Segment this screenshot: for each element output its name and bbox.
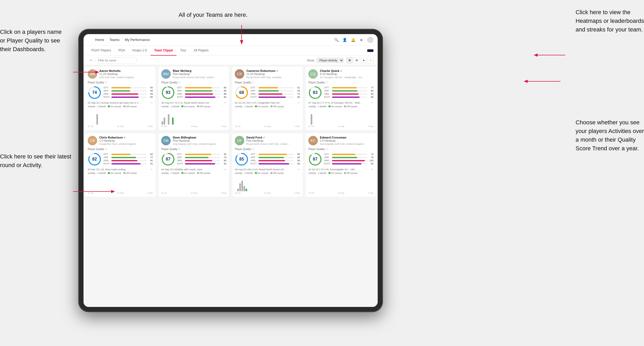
quality-row[interactable]: 74 OTT 60 APP 58 ARG 84 PUTT (88, 86, 153, 99)
quality-label: Player Quality ⓘ (88, 147, 153, 151)
quality-info-icon[interactable]: ⓘ (252, 147, 254, 151)
stat-label: PUTT (103, 162, 110, 165)
quality-info-icon[interactable]: ⓘ (105, 81, 107, 84)
last-round[interactable]: 02 Sep 23 | Sunset round to get back int… (88, 101, 153, 104)
circle-score[interactable]: 82 (88, 152, 101, 166)
last-round-arrow[interactable]: → (371, 168, 373, 171)
player-name[interactable]: Chris Robertson✓ (99, 136, 153, 139)
last-round-arrow[interactable]: → (224, 101, 226, 104)
last-round[interactable]: 03 Mar 23 | 19, Must make putting → (88, 168, 153, 171)
activity-label: Activity · 1 Month On course Off course (308, 172, 373, 174)
quality-row[interactable]: 83 OTT 77 APP 80 ARG 83 PUTT (308, 86, 373, 99)
chart-date: 31 Jul (235, 192, 240, 194)
quality-info-icon[interactable]: ⓘ (105, 147, 107, 151)
tab-pga[interactable]: PGA (115, 46, 129, 56)
player-avatar[interactable]: DF (235, 136, 244, 145)
filter-button[interactable]: ♦ (361, 57, 367, 63)
circle-score[interactable]: 74 (88, 86, 101, 99)
avatar[interactable] (367, 37, 373, 43)
nav-item-teams[interactable]: Teams (110, 38, 120, 42)
stat-label: ARG (177, 93, 184, 95)
last-round-arrow[interactable]: → (297, 101, 300, 104)
player-name[interactable]: Blair McHarg (173, 69, 226, 72)
tab-all-players[interactable]: All Players (190, 46, 212, 56)
circle-score[interactable]: 83 (308, 86, 322, 99)
player-header: DF David Ford✓ Plus Handicap Royal North… (235, 136, 300, 145)
player-avatar[interactable]: CQ (308, 69, 318, 79)
stat-label: OTT (251, 86, 257, 89)
circle-score[interactable]: 93 (161, 86, 175, 99)
grid-view-button[interactable]: ⊞ (346, 57, 353, 63)
list-view-button[interactable]: ⊟ (354, 57, 360, 63)
last-round-arrow[interactable]: → (224, 168, 226, 171)
nav-item-home[interactable]: Home (95, 38, 104, 42)
bell-icon[interactable]: 🔔 (350, 37, 356, 42)
stat-row: PUTT 96 (251, 162, 300, 165)
player-name[interactable]: David Ford✓ (246, 136, 300, 139)
player-avatar[interactable]: EC (308, 136, 318, 145)
stat-bar-bg (332, 163, 367, 164)
on-course-legend (181, 105, 183, 107)
score-value: 68 (239, 90, 244, 95)
player-card: CR Chris Robertson✓ 1-5 Handicap Craigmi… (85, 133, 155, 197)
tab-team-clippd[interactable]: Team Clippd (150, 46, 176, 56)
tab-tour[interactable]: Tour (176, 46, 190, 56)
stat-value: 81 (148, 159, 153, 162)
stats-bars: OTT 61 APP 63 ARG 75 PUTT 85 (251, 86, 300, 99)
quality-info-icon[interactable]: ⓘ (178, 81, 181, 84)
circle-score[interactable]: 85 (235, 152, 248, 166)
nav-item-performance[interactable]: My Performance (125, 38, 150, 42)
quality-row[interactable]: 87 OTT 82 APP 74 ARG 85 PUTT (161, 152, 226, 166)
player-avatar[interactable]: BM (161, 69, 171, 79)
tab-hcaps[interactable]: Hcaps 1-5 (129, 46, 150, 56)
stat-label: PUTT (324, 96, 331, 98)
quality-row[interactable]: 85 OTT 89 APP 80 ARG 83 PUTT (235, 152, 300, 166)
player-name[interactable]: Aaron Nicholls (99, 69, 153, 72)
off-course-legend (123, 172, 125, 174)
search-icon[interactable]: 🔍 (334, 37, 339, 42)
last-round[interactable]: 26 Aug 23 | 73 (+1), Royal North Devon G… (161, 101, 226, 104)
quality-info-icon[interactable]: ⓘ (178, 147, 181, 151)
quality-row[interactable]: 87 OTT 73 APP 79 ARG 103 PUTT (308, 152, 373, 166)
player-name[interactable]: Charlie Quick✓ (320, 69, 373, 72)
stat-bar (258, 97, 286, 98)
last-round-arrow[interactable]: → (297, 168, 300, 171)
stat-bar (185, 87, 212, 88)
circle-score[interactable]: 87 (161, 152, 175, 166)
last-round-arrow[interactable]: → (150, 101, 153, 104)
quality-info-icon[interactable]: ⓘ (325, 81, 328, 84)
show-select[interactable]: Player Activity (316, 58, 344, 63)
quality-info-icon[interactable]: ⓘ (325, 147, 328, 151)
last-round[interactable]: 02 Jul 23 | 59 (+17), Craigmillar Park G… (235, 101, 300, 104)
settings-icon[interactable]: ⊕ (359, 37, 364, 42)
stat-row: ARG 84 (103, 93, 153, 95)
player-avatar[interactable]: DB (161, 136, 171, 145)
last-round-arrow[interactable]: → (371, 101, 373, 104)
chart-date: 4 Sep (221, 192, 226, 194)
quality-label: Player Quality ⓘ (88, 81, 153, 84)
player-name[interactable]: Dave Billingham (173, 136, 226, 139)
last-round[interactable]: 07 Aug 23 | 77 (+7), St George's Hill GC… (308, 101, 373, 104)
player-name[interactable]: Edward Crossman (320, 136, 373, 139)
last-round[interactable]: 04 Sep 23 | Mobility with coach, Gym → (161, 168, 226, 171)
player-avatar[interactable]: CR (235, 69, 244, 79)
stat-bar-bg (185, 163, 220, 164)
annotation-player-name: Click on a players nameor Player Quality… (0, 28, 62, 54)
last-round-arrow[interactable]: → (150, 168, 153, 171)
quality-row[interactable]: 82 OTT 60 APP 77 ARG 81 PUTT (88, 152, 153, 166)
add-team-button[interactable] (367, 49, 373, 52)
circle-score[interactable]: 68 (235, 86, 248, 99)
search-input[interactable] (95, 57, 137, 63)
edit-icon[interactable]: ✏ (90, 58, 92, 62)
circle-score[interactable]: 87 (308, 152, 322, 166)
quality-row[interactable]: 93 OTT 84 APP 85 ARG 88 PUTT (161, 86, 226, 99)
quality-info-icon[interactable]: ⓘ (252, 81, 254, 84)
last-round[interactable]: 26 Aug 23 | 84 (+12), Royal North Devon … (235, 168, 300, 171)
quality-row[interactable]: 68 OTT 61 APP 63 ARG 75 PUTT (235, 86, 300, 99)
player-avatar[interactable]: CR (88, 136, 97, 145)
sort-button[interactable]: ↕ (368, 57, 374, 63)
tab-pgat[interactable]: PGAT Players (88, 46, 115, 56)
player-name[interactable]: Cameron Robertson✓ (246, 69, 300, 72)
user-icon[interactable]: 👤 (342, 37, 347, 42)
last-round[interactable]: 18 Jul 23 | 74 (+4), Sunningdale GC - Ol… (308, 168, 373, 171)
